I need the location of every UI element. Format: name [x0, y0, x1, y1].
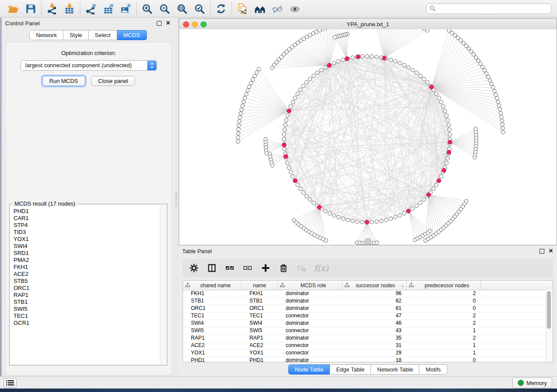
hide-selected-button[interactable]: [270, 2, 285, 16]
cell-predecessor-nodes: 2: [407, 313, 481, 320]
save-session-button[interactable]: [23, 2, 38, 16]
mcds-result-item[interactable]: SWI4: [14, 243, 160, 250]
column-header-successor-nodes[interactable]: successor nodes⌄: [343, 281, 407, 290]
mcds-result-item[interactable]: GCR1: [14, 320, 160, 327]
first-neighbors-button[interactable]: [253, 2, 267, 16]
mcds-result-item[interactable]: CAR1: [14, 215, 160, 222]
export-network-button[interactable]: [83, 2, 98, 16]
zoom-in-button[interactable]: [140, 2, 155, 16]
table-row[interactable]: FKH1FKH1dominator962: [183, 290, 553, 298]
mcds-result-item[interactable]: STB5: [14, 278, 160, 285]
refresh-view-button[interactable]: [214, 2, 228, 16]
cell-name: ORC1: [242, 305, 278, 312]
show-all-icon: [289, 3, 301, 14]
network-graph[interactable]: [179, 29, 557, 245]
import-network-from-file-button[interactable]: [45, 2, 59, 16]
tab-style[interactable]: Style: [63, 30, 89, 40]
delete-column-button[interactable]: [278, 263, 289, 273]
task-history-button[interactable]: [3, 378, 17, 388]
tab-network[interactable]: Network: [29, 30, 63, 40]
vertical-splitter[interactable]: [174, 18, 179, 376]
tab-edge-table[interactable]: Edge Table: [330, 364, 371, 375]
table-scrollbar-thumb[interactable]: [547, 291, 551, 329]
mcds-result-item[interactable]: TID3: [14, 229, 160, 236]
cell-shared-name: YOX1: [183, 350, 242, 357]
tab-mcds[interactable]: MCDS: [117, 30, 146, 40]
table-row[interactable]: ORC1ORC1dominator610: [183, 305, 553, 313]
table-settings-gear-button[interactable]: [189, 263, 199, 273]
network-window-titlebar: YPA_prune.txt_1: [179, 19, 557, 30]
column-header-MCDS-role[interactable]: MCDS role: [278, 281, 343, 290]
table-row[interactable]: YOX1YOX1connector291: [183, 350, 553, 357]
column-header-shared-name[interactable]: shared name: [183, 281, 242, 290]
mcds-result-item[interactable]: PMA2: [14, 257, 160, 264]
close-panel-icon[interactable]: ✕: [166, 21, 171, 26]
cell-predecessor-nodes: 0: [407, 357, 481, 362]
column-label: shared name: [191, 282, 239, 289]
cell-predecessor-nodes: 2: [407, 335, 481, 342]
mcds-result-item[interactable]: SRD1: [14, 250, 160, 257]
search-box: [426, 3, 551, 14]
function-builder-icon: f(x): [314, 263, 329, 273]
delete-table-button: [296, 263, 307, 273]
show-all-columns-button[interactable]: [225, 263, 235, 273]
cell-MCDS-role: dominator: [278, 335, 343, 342]
import-table-from-file-button[interactable]: [62, 2, 77, 16]
canvas-splitter-handle[interactable]: [365, 238, 371, 244]
mcds-result-item[interactable]: STB1: [14, 299, 160, 306]
hide-all-columns-icon: [243, 263, 253, 273]
cell-MCDS-role: dominator: [278, 298, 343, 305]
float-panel-icon[interactable]: [156, 21, 162, 26]
mcds-result-item[interactable]: FKH1: [14, 264, 160, 271]
table-row[interactable]: PHD1PHD1dominator180: [183, 357, 553, 362]
network-view-window: YPA_prune.txt_1: [179, 18, 557, 245]
mcds-result-item[interactable]: YOX1: [14, 236, 160, 243]
mcds-result-item[interactable]: ACE2: [14, 271, 160, 278]
zoom-out-button[interactable]: [157, 2, 172, 16]
add-column-button[interactable]: [260, 263, 271, 273]
network-canvas[interactable]: [179, 29, 557, 245]
splitter-handle[interactable]: [175, 193, 177, 207]
column-header-name[interactable]: name: [242, 281, 278, 290]
criterion-dropdown[interactable]: largest connected component (undirected): [21, 60, 157, 71]
mcds-result-item[interactable]: SWI5: [14, 306, 160, 313]
mcds-result-item[interactable]: PHD1: [14, 208, 160, 215]
table-row[interactable]: TEC1TEC1connector472: [183, 313, 553, 320]
hide-all-columns-button[interactable]: [242, 263, 253, 273]
export-image-button[interactable]: [118, 2, 133, 16]
run-mcds-button[interactable]: Run MCDS: [42, 76, 85, 86]
table-row[interactable]: STB1STB1dominator620: [183, 298, 553, 305]
memory-button[interactable]: Memory: [512, 378, 552, 388]
window-minimize-button[interactable]: [192, 21, 198, 28]
window-zoom-button[interactable]: [201, 21, 207, 28]
mcds-result-item[interactable]: RAP1: [14, 292, 160, 299]
table-row[interactable]: RAP1RAP1dominator352: [183, 335, 553, 342]
tab-select[interactable]: Select: [89, 30, 117, 40]
column-layout-button[interactable]: [207, 263, 217, 273]
zoom-fit-button[interactable]: [175, 2, 190, 16]
mcds-result-item[interactable]: ORC1: [14, 285, 160, 292]
show-all-button[interactable]: [287, 2, 302, 16]
table-row[interactable]: SWI4SWI4dominator462: [183, 320, 553, 327]
float-table-panel-icon[interactable]: [539, 248, 544, 254]
tab-network-table[interactable]: Network Table: [371, 364, 419, 375]
tab-node-table[interactable]: Node Table: [288, 364, 330, 375]
node-table: shared namenameMCDS rolesuccessor nodes⌄…: [183, 280, 553, 362]
tab-motifs[interactable]: Motifs: [419, 364, 447, 375]
mcds-result-item[interactable]: TEC1: [14, 313, 160, 320]
table-scrollbar[interactable]: [546, 290, 553, 362]
table-row[interactable]: SWI5SWI5connector431: [183, 327, 553, 335]
table-panel-tabs: Node TableEdge TableNetwork TableMotifs: [179, 364, 557, 375]
export-table-button[interactable]: [101, 2, 116, 16]
table-row[interactable]: ACE2ACE2connector311: [183, 342, 553, 350]
window-close-button[interactable]: [183, 21, 189, 28]
mcds-list-scrollbar[interactable]: [160, 205, 166, 364]
column-header-predecessor-nodes[interactable]: predecessor nodes: [407, 281, 481, 290]
open-file-button[interactable]: [6, 2, 21, 16]
zoom-selected-button[interactable]: [192, 2, 207, 16]
close-panel-button[interactable]: Close panel: [91, 76, 135, 86]
search-input[interactable]: [426, 3, 551, 14]
close-table-panel-icon[interactable]: ✕: [548, 248, 554, 254]
mcds-result-item[interactable]: STP4: [14, 222, 160, 229]
network-share-document-button[interactable]: [235, 2, 250, 16]
